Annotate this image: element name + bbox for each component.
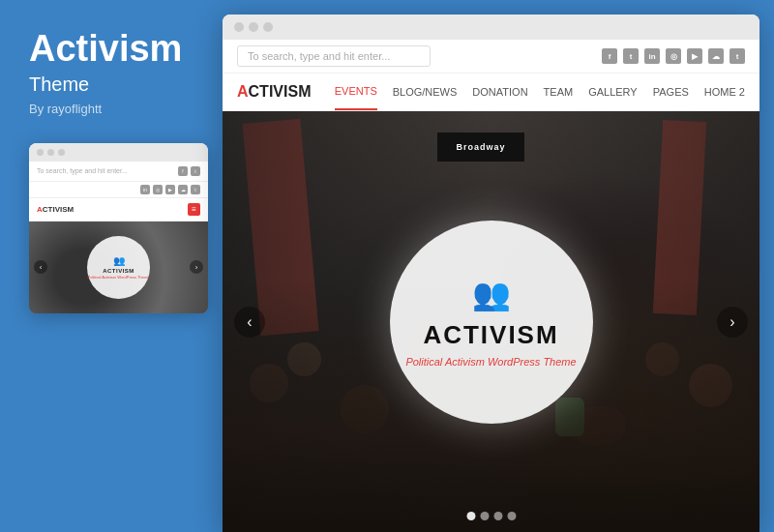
mini-social-icons-row1: f t: [178, 166, 200, 176]
site-search-field[interactable]: To search, type and hit enter...: [237, 45, 431, 67]
browser-dot-1: [234, 22, 244, 32]
hero-prev-button[interactable]: ‹: [234, 307, 265, 338]
site-nav-links: EVENTS BLOG/NEWS DONATION TEAM GALLERY P…: [335, 74, 745, 110]
hero-circle: 👥 ACTIVISM Political Activism WordPress …: [390, 221, 593, 424]
mini-browser-preview: To search, type and hit enter... f t in …: [29, 143, 208, 313]
mini-hero-title: ACTIVISM: [103, 268, 134, 274]
facebook-icon[interactable]: f: [602, 48, 617, 64]
mini-nav: ACTIVISM ≡: [29, 198, 208, 222]
broadway-sign: Broadway: [437, 133, 524, 162]
hero-dot-1[interactable]: [466, 512, 475, 520]
hero-people-icon: 👥: [472, 276, 511, 312]
mini-hero-subtitle: Political Activism WordPress Theme: [88, 275, 150, 280]
mini-linkedin-icon: in: [140, 185, 150, 194]
theme-title: Activism: [29, 29, 203, 70]
hero-subtitle: Political Activism WordPress Theme: [405, 356, 576, 368]
mini-search-placeholder: To search, type and hit enter...: [37, 167, 178, 174]
site-top-bar: To search, type and hit enter... f t in …: [223, 40, 759, 74]
mini-youtube-icon: ▶: [165, 185, 175, 194]
mini-hero-icon: 👥: [113, 255, 125, 266]
nav-events[interactable]: EVENTS: [335, 74, 377, 110]
nav-donation[interactable]: DONATION: [472, 74, 527, 109]
mini-site-logo: ACTIVISM: [37, 205, 74, 214]
mini-dot-3: [58, 149, 65, 156]
site-social-icons: f t in ◎ ▶ ☁ t: [602, 48, 745, 64]
broadway-text: Broadway: [456, 142, 505, 152]
browser-content: To search, type and hit enter... f t in …: [223, 40, 759, 532]
mini-logo-accent: A: [37, 205, 43, 214]
linkedin-icon[interactable]: in: [644, 48, 660, 64]
nav-pages[interactable]: PAGES: [653, 74, 689, 109]
nav-team[interactable]: TEAM: [544, 74, 574, 109]
instagram-icon[interactable]: ◎: [666, 48, 681, 64]
hero-dot-2[interactable]: [480, 512, 489, 520]
author-label: By rayoflightt: [29, 102, 203, 116]
mini-hamburger-icon: ≡: [188, 203, 200, 216]
site-logo: ACTIVISM: [237, 74, 311, 110]
mini-hero: 👥 ACTIVISM Political Activism WordPress …: [29, 222, 208, 313]
mini-tumblr-icon: t: [191, 185, 200, 194]
hero-dot-3[interactable]: [493, 512, 502, 520]
nav-gallery[interactable]: GALLERY: [588, 74, 638, 109]
browser-dot-3: [263, 22, 273, 32]
theme-subtitle: Theme: [29, 74, 203, 96]
browser-bar: [223, 15, 759, 40]
mini-twitter-icon: t: [191, 166, 200, 176]
mini-social-row2: in ◎ ▶ ☁ t: [29, 182, 208, 198]
twitter-icon[interactable]: t: [623, 48, 639, 64]
mini-browser-content: To search, type and hit enter... f t in …: [29, 162, 208, 313]
site-hero: Broadway 👥 ACTIVISM Political Activism W…: [223, 111, 759, 532]
skype-icon[interactable]: ☁: [708, 48, 724, 64]
mini-browser-bar: [29, 143, 208, 162]
hero-title: ACTIVISM: [423, 320, 558, 350]
hero-pagination: [466, 512, 516, 520]
nav-home2[interactable]: HOME 2: [704, 74, 745, 109]
browser-dot-2: [249, 22, 258, 32]
mini-instagram-icon: ◎: [153, 185, 163, 194]
site-nav: ACTIVISM EVENTS BLOG/NEWS DONATION TEAM …: [223, 74, 759, 110]
left-panel: Activism Theme By rayoflightt To search,…: [0, 0, 223, 532]
youtube-icon[interactable]: ▶: [687, 48, 702, 64]
mini-search-bar: To search, type and hit enter... f t: [29, 162, 208, 182]
hero-next-button[interactable]: ›: [717, 307, 748, 338]
mini-dot-1: [37, 149, 44, 156]
mini-hero-circle: 👥 ACTIVISM Political Activism WordPress …: [87, 236, 150, 299]
nav-blog-news[interactable]: BLOG/NEWS: [393, 74, 458, 109]
mini-facebook-icon: f: [178, 166, 188, 176]
logo-accent: A: [237, 83, 249, 100]
site-header: To search, type and hit enter... f t in …: [223, 40, 759, 111]
mini-dot-2: [47, 149, 54, 156]
mini-skype-icon: ☁: [178, 185, 188, 194]
hero-dot-4[interactable]: [507, 512, 516, 520]
main-browser: To search, type and hit enter... f t in …: [223, 15, 759, 532]
tumblr-icon[interactable]: t: [729, 48, 745, 64]
